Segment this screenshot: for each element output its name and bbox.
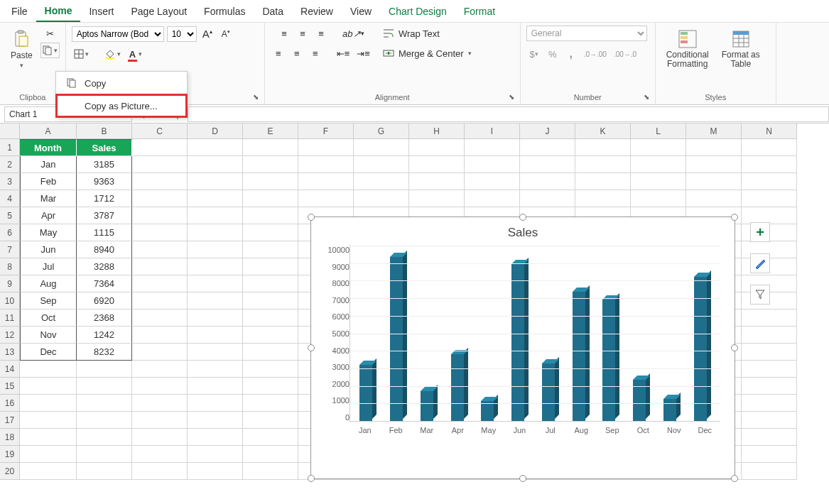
cell[interactable] [686,173,742,190]
cell[interactable] [188,378,243,395]
cell[interactable] [243,412,298,429]
cell[interactable] [132,224,188,241]
cell[interactable] [188,429,243,446]
cell[interactable]: Apr [20,207,77,224]
cell[interactable] [77,463,132,480]
cell[interactable] [742,190,797,207]
resize-handle-s[interactable] [519,475,526,482]
cell[interactable]: Month [20,139,77,156]
cut-button[interactable]: ✂ [42,26,58,41]
cell[interactable] [575,173,631,190]
row-header[interactable]: 12 [0,327,20,344]
cell[interactable] [298,156,354,173]
cell[interactable] [132,309,188,327]
col-header[interactable]: K [575,124,631,139]
cell[interactable] [132,190,188,207]
cell[interactable] [20,463,77,480]
col-header[interactable]: I [465,124,520,139]
cell[interactable] [77,412,132,429]
menu-formulas[interactable]: Formulas [195,1,254,21]
cell[interactable] [188,241,243,258]
cell[interactable]: Dec [20,344,77,361]
cell[interactable] [188,275,243,292]
menu-review[interactable]: Review [292,1,342,21]
cell[interactable] [298,190,354,207]
cell[interactable] [631,139,686,156]
font-dialog-launcher[interactable]: ⬊ [253,93,261,102]
cell[interactable] [742,327,797,344]
row-header[interactable]: 19 [0,446,20,463]
row-header[interactable]: 8 [0,258,20,275]
cell[interactable] [520,190,575,207]
menu-chart-design[interactable]: Chart Design [380,1,455,21]
col-header[interactable]: J [520,124,575,139]
cell[interactable] [465,139,520,156]
row-header[interactable]: 11 [0,309,20,327]
row-header[interactable]: 15 [0,378,20,395]
cell[interactable] [742,378,797,395]
col-header[interactable]: G [354,124,409,139]
cell[interactable] [188,207,243,224]
cell[interactable] [298,173,354,190]
cell[interactable] [354,139,409,156]
increase-decimal-button[interactable]: .0→.00 [582,46,609,62]
cell[interactable] [631,173,686,190]
col-header[interactable]: D [188,124,243,139]
cell[interactable] [409,156,465,173]
row-header[interactable]: 3 [0,173,20,190]
font-size-select[interactable]: 10 [167,26,197,42]
cell[interactable] [243,258,298,275]
cell[interactable] [132,412,188,429]
cell[interactable] [188,412,243,429]
cell[interactable] [742,361,797,378]
cell[interactable] [20,429,77,446]
cell[interactable] [20,395,77,412]
font-color-button[interactable]: A▾ [126,46,144,62]
cell[interactable]: Aug [20,275,77,292]
cell[interactable] [132,327,188,344]
row-header[interactable]: 1 [0,139,20,156]
cell[interactable]: Jun [20,241,77,258]
cell[interactable]: Sales [77,139,132,156]
cell[interactable] [188,463,243,480]
cell[interactable] [77,395,132,412]
cell[interactable] [77,361,132,378]
cell[interactable] [243,173,298,190]
cell[interactable] [243,395,298,412]
cell[interactable] [520,139,575,156]
cell[interactable] [188,190,243,207]
cell[interactable]: Nov [20,327,77,344]
cell[interactable]: 1712 [77,190,132,207]
col-header[interactable]: H [409,124,465,139]
cell[interactable]: Oct [20,309,77,327]
cell[interactable] [243,309,298,327]
menu-item-copy-as-picture[interactable]: Copy as Picture... [56,94,187,117]
cell[interactable]: Jan [20,156,77,173]
cell[interactable] [243,327,298,344]
col-header[interactable]: C [132,124,188,139]
cell[interactable] [132,344,188,361]
cell[interactable] [243,139,298,156]
col-header[interactable]: F [298,124,354,139]
cell[interactable] [243,292,298,309]
wrap-text-button[interactable]: Wrap Text [381,26,442,41]
cell[interactable] [132,241,188,258]
menu-view[interactable]: View [342,1,380,21]
cell[interactable] [132,258,188,275]
row-header[interactable]: 4 [0,190,20,207]
cell[interactable] [575,190,631,207]
cell[interactable] [243,156,298,173]
col-header[interactable]: M [686,124,742,139]
cell[interactable] [243,241,298,258]
cell[interactable] [188,327,243,344]
cell[interactable] [188,309,243,327]
cell[interactable] [132,446,188,463]
cell[interactable]: 3787 [77,207,132,224]
cell[interactable] [742,309,797,327]
row-header[interactable]: 2 [0,156,20,173]
cell[interactable]: 8940 [77,241,132,258]
cell[interactable] [20,446,77,463]
orientation-button[interactable]: ab↗▾ [340,26,366,41]
cell[interactable]: 8232 [77,344,132,361]
resize-handle-ne[interactable] [731,214,738,221]
